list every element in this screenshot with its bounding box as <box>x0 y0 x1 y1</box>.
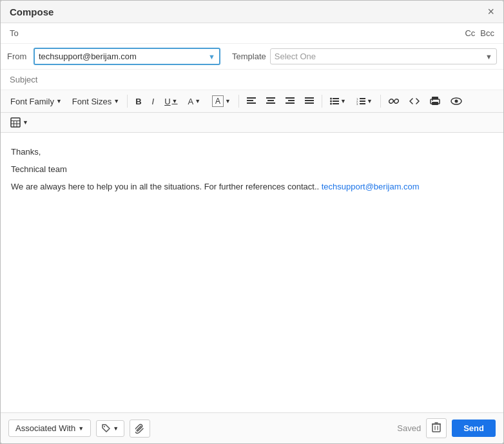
align-center-button[interactable] <box>262 95 280 108</box>
unordered-list-button[interactable]: ▼ <box>325 95 351 108</box>
svg-rect-23 <box>360 103 365 104</box>
font-family-dropdown[interactable]: Font Family ▼ <box>6 94 66 109</box>
align-right-button[interactable] <box>281 95 299 108</box>
insert-table-button[interactable]: ▼ <box>6 115 33 130</box>
underline-button[interactable]: U ▼ <box>160 94 182 109</box>
editor-line2: Technical team <box>11 163 493 177</box>
svg-rect-1 <box>247 100 253 101</box>
template-select-dropdown[interactable]: Select One ▼ <box>270 48 497 64</box>
svg-rect-5 <box>266 102 275 104</box>
bold-button[interactable]: B <box>131 94 146 109</box>
tag-icon <box>102 424 111 433</box>
italic-button[interactable]: I <box>148 94 159 109</box>
svg-rect-4 <box>267 100 274 101</box>
close-button[interactable]: × <box>487 6 494 17</box>
svg-rect-8 <box>286 102 295 104</box>
align-right-icon <box>286 97 295 105</box>
editor-line3: We are always here to help you in all th… <box>11 180 493 194</box>
link-icon <box>389 97 399 105</box>
editor-email-link[interactable]: techsupport@berijam.com <box>322 182 420 191</box>
print-button[interactable] <box>425 94 445 108</box>
cc-bcc-container: Cc Bcc <box>465 28 494 38</box>
svg-rect-0 <box>247 97 256 99</box>
separator-2 <box>238 95 239 108</box>
svg-point-12 <box>330 98 332 100</box>
saved-status: Saved <box>397 423 421 433</box>
separator-3 <box>322 95 322 108</box>
template-placeholder: Select One <box>275 52 485 61</box>
to-input[interactable] <box>34 28 460 38</box>
svg-text:3.: 3. <box>356 102 358 105</box>
svg-rect-19 <box>360 98 365 99</box>
link-button[interactable] <box>384 95 403 108</box>
underline-dropdown-arrow: ▼ <box>172 98 178 104</box>
svg-rect-2 <box>247 102 256 104</box>
from-template-row: From techsupport@berijam.com ▼ Template … <box>1 44 503 70</box>
editor-area[interactable]: Thanks, Technical team We are always her… <box>1 133 503 412</box>
subject-row <box>1 70 503 90</box>
svg-point-14 <box>330 101 332 102</box>
separator-4 <box>380 95 381 108</box>
send-button[interactable]: Send <box>452 420 496 437</box>
svg-point-16 <box>330 103 332 105</box>
from-select-dropdown[interactable]: techsupport@berijam.com ▼ <box>34 48 220 65</box>
from-select-value: techsupport@berijam.com <box>39 52 206 61</box>
font-color-button[interactable]: A ▼ <box>184 94 207 109</box>
svg-rect-26 <box>432 102 438 105</box>
template-label: Template <box>232 52 266 61</box>
align-justify-button[interactable] <box>300 95 318 108</box>
font-sizes-dropdown[interactable]: Font Sizes ▼ <box>68 94 124 109</box>
align-center-icon <box>266 97 275 105</box>
separator-1 <box>127 95 128 108</box>
toolbar-row2: ▼ <box>1 113 503 133</box>
svg-point-35 <box>104 426 105 427</box>
from-label: From <box>7 52 30 61</box>
table-icon <box>10 117 21 128</box>
editor-line1: Thanks, <box>11 146 493 159</box>
code-button[interactable] <box>405 95 424 108</box>
align-left-icon <box>247 97 256 105</box>
font-family-label: Font Family <box>10 97 54 106</box>
bcc-link[interactable]: Bcc <box>480 28 494 38</box>
svg-rect-17 <box>333 103 339 104</box>
svg-rect-15 <box>333 101 339 102</box>
subject-input[interactable] <box>10 75 494 84</box>
svg-point-29 <box>454 100 458 103</box>
svg-rect-11 <box>305 102 314 104</box>
svg-rect-30 <box>11 118 20 127</box>
tag-button[interactable]: ▼ <box>96 420 124 437</box>
associated-with-label: Associated With <box>15 423 75 433</box>
svg-rect-7 <box>288 100 295 101</box>
svg-rect-13 <box>333 98 339 99</box>
view-button[interactable] <box>446 95 467 108</box>
svg-rect-6 <box>286 97 295 99</box>
font-family-arrow: ▼ <box>56 98 62 104</box>
font-sizes-arrow: ▼ <box>113 98 119 104</box>
delete-button[interactable] <box>426 418 447 438</box>
ordered-list-icon: 1. 2. 3. <box>356 97 365 105</box>
toolbar-row1: Font Family ▼ Font Sizes ▼ B I U ▼ A ▼ A… <box>1 90 503 113</box>
compose-modal: Compose × To Cc Bcc From techsupport@ber… <box>0 0 504 444</box>
font-color-arrow: ▼ <box>195 98 200 104</box>
ordered-list-button[interactable]: 1. 2. 3. ▼ <box>352 95 377 108</box>
modal-header: Compose × <box>1 1 503 23</box>
highlight-arrow: ▼ <box>225 98 231 104</box>
attachment-icon <box>135 423 144 434</box>
view-icon <box>451 97 462 105</box>
footer: Associated With ▼ ▼ Saved <box>1 412 503 443</box>
tag-arrow: ▼ <box>113 425 119 432</box>
editor-content: Thanks, Technical team We are always her… <box>11 146 493 193</box>
from-dropdown-arrow: ▼ <box>208 53 215 61</box>
associated-with-arrow: ▼ <box>78 425 84 432</box>
align-left-button[interactable] <box>242 95 260 108</box>
highlight-button[interactable]: A ▼ <box>208 93 235 110</box>
associated-with-button[interactable]: Associated With ▼ <box>8 420 91 437</box>
svg-rect-36 <box>432 424 440 432</box>
align-justify-icon <box>305 97 314 105</box>
unordered-list-icon <box>330 97 339 105</box>
template-dropdown-arrow: ▼ <box>485 53 492 61</box>
code-icon <box>409 97 420 105</box>
attach-button[interactable] <box>130 420 150 438</box>
cc-link[interactable]: Cc <box>465 28 475 38</box>
svg-rect-21 <box>360 101 365 102</box>
